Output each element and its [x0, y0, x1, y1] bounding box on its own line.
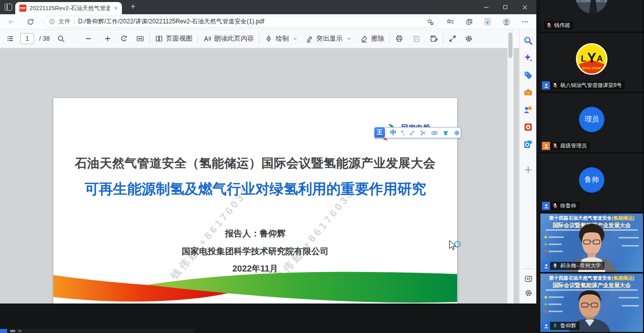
- ime-punctuation[interactable]: °,: [401, 130, 405, 136]
- ime-settings-icon[interactable]: [454, 130, 460, 136]
- ime-toolbar[interactable]: 王 中 °,: [374, 127, 461, 138]
- participant-name: 鲁仰辉: [560, 322, 576, 329]
- page-number-input[interactable]: 1: [20, 33, 34, 44]
- page-view-button[interactable]: 页面视图: [155, 34, 192, 43]
- url-text: D:/鲁仰辉/工作/2022/讲课/20221125Rev2-石油天然气管道安全…: [78, 17, 423, 26]
- toc-icon[interactable]: [6, 35, 14, 43]
- draw-icon: [265, 35, 273, 43]
- member-badge-icon: [542, 262, 550, 270]
- admin-badge-icon: [542, 142, 550, 150]
- browser-titlebar: PDF 20221125Rev2-石油天然气管道安全 +: [0, 0, 536, 14]
- member-badge-icon: [542, 202, 550, 210]
- browser-navbar: 文件 | D:/鲁仰辉/工作/2022/讲课/20221125Rev2-石油天然…: [0, 14, 536, 29]
- address-bar[interactable]: 文件 | D:/鲁仰辉/工作/2022/讲课/20221125Rev2-石油天然…: [44, 16, 439, 27]
- lya-letter-y: Y: [587, 50, 596, 66]
- screen: PDF 20221125Rev2-石油天然气管道安全 + 文件 | D:/鲁仰辉…: [0, 0, 644, 333]
- save-icon: [412, 35, 421, 43]
- ime-keyboard-icon[interactable]: [431, 130, 438, 136]
- collections-icon[interactable]: [465, 18, 473, 26]
- close-button[interactable]: [515, 0, 534, 14]
- erase-button[interactable]: 擦除: [360, 34, 384, 43]
- sidebar-office-icon[interactable]: [523, 122, 533, 132]
- member-badge-icon: [542, 81, 550, 89]
- chevron-down-icon[interactable]: [346, 36, 352, 42]
- participant-tile[interactable]: 鲁帅 徐鲁帅: [540, 154, 643, 212]
- fit-width-icon[interactable]: [136, 35, 144, 43]
- slide-wave-graphic: [53, 267, 457, 304]
- participant-name: 超级管理员: [560, 142, 587, 149]
- maximize-button[interactable]: [496, 0, 515, 14]
- divider: [390, 34, 390, 44]
- ime-pen-icon[interactable]: [409, 130, 415, 136]
- mic-on-icon: [552, 263, 558, 269]
- read-aloud-button[interactable]: 朗读此页内容: [203, 34, 254, 43]
- participant-tile[interactable]: 理员 超级管理员: [540, 93, 643, 152]
- participant-tile-speaking[interactable]: 第十四届石油天然气管道安全(氢能储运) 国际会议暨氢能源产业发展大会: [540, 274, 643, 332]
- sidebar-panel-icon[interactable]: [524, 275, 533, 283]
- print-icon[interactable]: [395, 35, 403, 43]
- divider: [443, 34, 443, 44]
- ie-mode-icon[interactable]: [484, 18, 492, 26]
- find-icon[interactable]: [57, 35, 65, 43]
- ime-scissors-icon[interactable]: [420, 130, 427, 136]
- highlight-label: 突出显示: [316, 34, 343, 43]
- participant-name: 徐鲁帅: [560, 202, 576, 209]
- sidebar-search-icon[interactable]: [523, 36, 533, 46]
- profile-avatar[interactable]: [502, 17, 511, 26]
- chevron-down-icon[interactable]: [292, 36, 298, 42]
- participant-name-label: 郝永梅--常州大学: [542, 262, 604, 270]
- zoom-out-icon[interactable]: [84, 35, 92, 43]
- participant-tile[interactable]: L Y A ROYAL GROUP 杨八锦油气管道微课堂8号: [540, 33, 643, 92]
- browser-tab[interactable]: PDF 20221125Rev2-石油天然气管道安全: [15, 2, 122, 14]
- sidebar-add-icon[interactable]: [523, 165, 533, 175]
- sidebar-shopping-icon[interactable]: [523, 70, 533, 80]
- ime-mode-chinese[interactable]: 中: [390, 129, 397, 137]
- save-as-icon[interactable]: [430, 35, 438, 43]
- draw-button[interactable]: 绘制: [265, 34, 298, 43]
- rotate-icon[interactable]: [120, 35, 128, 43]
- lya-letter-a: A: [597, 54, 603, 64]
- tab-close-icon[interactable]: [113, 5, 119, 11]
- ime-skin-icon[interactable]: [442, 130, 449, 136]
- sidebar-tools-icon[interactable]: [523, 87, 533, 98]
- refresh-icon[interactable]: [26, 18, 35, 26]
- participant-name-label: 杨八锦油气管道微课堂8号: [542, 81, 625, 89]
- read-aloud-label: 朗读此页内容: [214, 34, 254, 43]
- lya-sub-text: ROYAL GROUP: [583, 67, 601, 70]
- participant-name-label: 徐鲁帅: [542, 202, 579, 210]
- read-aloud-icon: [203, 35, 211, 43]
- new-tab-button[interactable]: +: [128, 2, 138, 12]
- participant-photo-avatar: [576, 0, 607, 13]
- highlight-button[interactable]: 突出显示: [305, 34, 352, 43]
- sidebar-copilot-icon[interactable]: [523, 53, 533, 63]
- participant-tile[interactable]: 第十四届石油天然气管道安全(氢能储运) 国际会议暨氢能源产业发展大会: [540, 214, 643, 272]
- info-icon[interactable]: [49, 18, 55, 25]
- slide-subtitle: 可再生能源制氢及燃气行业对绿氢利用的重要作用研究: [53, 179, 457, 199]
- sidebar-divider: [523, 268, 534, 269]
- tab-actions-icon[interactable]: [5, 4, 12, 11]
- add-favorite-icon[interactable]: [426, 18, 434, 25]
- participant-tile[interactable]: 钱伟超: [540, 0, 643, 32]
- sidebar-games-icon[interactable]: [523, 105, 533, 115]
- slide-presenter: 报告人：鲁仰辉: [53, 228, 457, 239]
- participant-name-label: 鲁仰辉: [542, 322, 579, 330]
- menu-dots-icon[interactable]: [521, 18, 529, 26]
- erase-label: 擦除: [371, 34, 384, 43]
- back-icon[interactable]: [7, 18, 15, 26]
- pdf-scrollbar[interactable]: [507, 29, 513, 304]
- erase-icon: [360, 35, 368, 43]
- sidebar-outlook-icon[interactable]: [523, 139, 533, 149]
- fullscreen-icon[interactable]: [448, 35, 457, 43]
- ime-logo[interactable]: 王: [374, 127, 385, 138]
- taskbar-app-sliver: [0, 329, 7, 333]
- meeting-participants-panel: 钱伟超 L Y A ROYAL GROUP 杨八锦油气管道微课堂8号: [540, 0, 644, 333]
- pdf-toolbar: 1 / 38 页面视图 朗读此页内容 绘制: [0, 29, 519, 48]
- pdf-settings-icon[interactable]: [465, 35, 473, 43]
- edge-sidebar: [519, 29, 536, 304]
- minimize-button[interactable]: [476, 0, 496, 14]
- pdf-viewer-area: 钱伟超 +86176033 钱伟超 +86176033 国家电投 SPIC 石油…: [0, 48, 519, 304]
- zoom-in-icon[interactable]: [104, 35, 112, 43]
- sidebar-settings-icon[interactable]: [524, 289, 533, 297]
- favorites-icon[interactable]: [446, 18, 454, 26]
- scrollbar-thumb[interactable]: [508, 33, 512, 58]
